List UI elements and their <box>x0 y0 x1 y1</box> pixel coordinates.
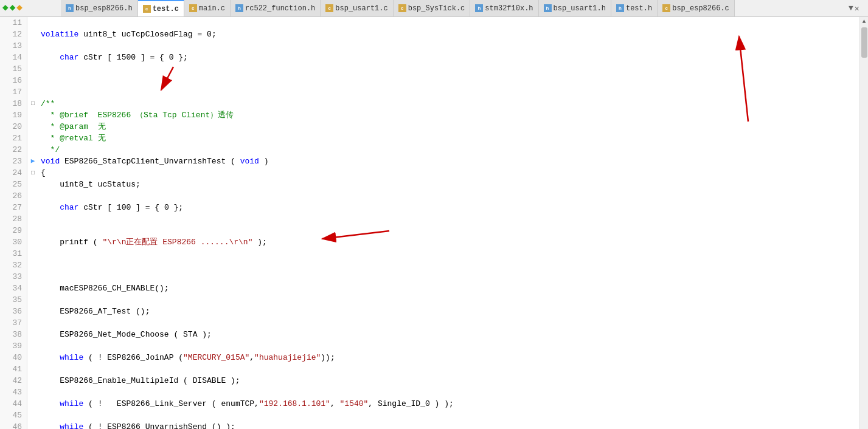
code-editor[interactable]: 11 12 volatile uint8_t ucTcpClosedFlag =… <box>0 17 868 429</box>
line-content <box>38 17 41 29</box>
tab-close-button[interactable]: ✕ <box>855 4 859 13</box>
vertical-scrollbar[interactable]: ▲ <box>859 17 868 429</box>
line-number: 30 <box>0 236 27 248</box>
code-line: 42 ESP8266_Enable_MultipleId ( DISABLE )… <box>0 375 859 386</box>
tab-icon-h: h <box>544 4 552 12</box>
code-line: 44 while ( ! ESP8266_Link_Server ( enumT… <box>0 398 859 410</box>
line-gutter-arrow: ▶ <box>27 156 38 167</box>
orange-diamond-icon[interactable]: ◆ <box>16 1 23 13</box>
line-content: while ( ! ESP8266_Link_Server ( enumTCP,… <box>38 398 454 410</box>
line-number: 23 <box>0 156 27 167</box>
line-content: { <box>38 167 46 179</box>
tab-label: bsp_esp8266.h <box>75 4 133 13</box>
line-content <box>38 317 41 329</box>
line-number: 43 <box>0 386 27 398</box>
code-line: 27 char cStr [ 100 ] = { 0 }; <box>0 202 859 213</box>
line-content <box>38 386 41 398</box>
tab-icon-h: h <box>66 4 74 12</box>
toolbar: ◆ ◆ ◆ <box>0 0 25 15</box>
line-number: 16 <box>0 75 27 86</box>
line-content: ESP8266_Enable_MultipleId ( DISABLE ); <box>38 375 240 386</box>
line-gutter <box>27 144 38 156</box>
line-number: 25 <box>0 179 27 190</box>
code-line: 13 <box>0 40 859 52</box>
code-line: 43 <box>0 386 859 398</box>
line-number: 15 <box>0 63 27 75</box>
line-gutter <box>27 398 38 410</box>
line-content <box>38 225 41 236</box>
tab-list-button[interactable]: ▼ <box>849 4 853 13</box>
line-gutter <box>27 410 38 421</box>
line-gutter <box>27 40 38 52</box>
code-line: 25 uint8_t ucStatus; <box>0 179 859 190</box>
line-content: while ( ! ESP8266_JoinAP ("MERCURY_015A"… <box>38 352 335 363</box>
tab-icon-h: h <box>616 4 624 12</box>
scrollbar-up-arrow[interactable]: ▲ <box>861 17 867 26</box>
line-content <box>38 363 41 375</box>
line-number: 24 <box>0 167 27 179</box>
line-content: ESP8266_AT_Test (); <box>38 306 150 317</box>
line-gutter <box>27 248 38 259</box>
line-number: 38 <box>0 329 27 340</box>
code-line: 18 □ /** <box>0 98 859 109</box>
line-number: 36 <box>0 306 27 317</box>
line-gutter <box>27 329 38 340</box>
line-number: 18 <box>0 98 27 109</box>
line-content <box>38 40 41 52</box>
line-gutter <box>27 259 38 271</box>
line-gutter <box>27 375 38 386</box>
line-number: 29 <box>0 225 27 236</box>
line-gutter <box>27 213 38 225</box>
tab-test-h[interactable]: h test.h <box>611 0 658 17</box>
line-gutter <box>27 63 38 75</box>
code-line: 34 macESP8266_CH_ENABLE(); <box>0 283 859 294</box>
tab-bsp-systick-c[interactable]: c bsp_SysTick.c <box>394 0 471 17</box>
line-gutter <box>27 271 38 283</box>
code-line: 28 <box>0 213 859 225</box>
tab-bsp-esp8266-h[interactable]: h bsp_esp8266.h <box>61 0 138 17</box>
tab-icon-c: c <box>143 5 151 13</box>
line-gutter <box>27 306 38 317</box>
code-line: 35 <box>0 294 859 306</box>
tab-bsp-usart1-c[interactable]: c bsp_usart1.c <box>321 0 393 17</box>
line-number: 33 <box>0 271 27 283</box>
code-line: 17 <box>0 86 859 98</box>
line-content <box>38 340 41 352</box>
green-diamond-icon-2[interactable]: ◆ <box>10 1 16 13</box>
line-gutter <box>27 421 38 429</box>
green-diamond-icon-1[interactable]: ◆ <box>2 1 9 13</box>
code-line: 12 volatile uint8_t ucTcpClosedFlag = 0; <box>0 29 859 40</box>
line-gutter <box>27 121 38 132</box>
code-line: 21 * @retval 无 <box>0 132 859 144</box>
tab-rc522-function-h[interactable]: h rc522_function.h <box>231 0 321 17</box>
tab-label: bsp_usart1.h <box>554 4 606 13</box>
code-area: 11 12 volatile uint8_t ucTcpClosedFlag =… <box>0 17 859 429</box>
line-number: 21 <box>0 132 27 144</box>
code-line: 38 ESP8266_Net_Mode_Choose ( STA ); <box>0 329 859 340</box>
code-line: 14 char cStr [ 1500 ] = { 0 }; <box>0 52 859 63</box>
line-number: 26 <box>0 190 27 202</box>
tab-bsp-usart1-h[interactable]: h bsp_usart1.h <box>539 0 611 17</box>
line-number: 17 <box>0 86 27 98</box>
line-gutter <box>27 75 38 86</box>
line-number: 28 <box>0 213 27 225</box>
tab-bsp-esp8266-c[interactable]: c bsp_esp8266.c <box>658 0 735 17</box>
line-number: 40 <box>0 352 27 363</box>
line-content: char cStr [ 1500 ] = { 0 }; <box>38 52 188 63</box>
line-content: * @param 无 <box>38 121 106 132</box>
line-number: 44 <box>0 398 27 410</box>
line-content: printf ( "\r\n正在配置 ESP8266 ......\r\n" )… <box>38 236 267 248</box>
scrollbar-thumb[interactable] <box>861 27 867 58</box>
line-number: 20 <box>0 121 27 132</box>
code-line: 19 * @brief ESP8266 （Sta Tcp Client）透传 <box>0 109 859 121</box>
line-gutter <box>27 52 38 63</box>
line-gutter <box>27 386 38 398</box>
line-gutter <box>27 190 38 202</box>
line-number: 27 <box>0 202 27 213</box>
line-content: uint8_t ucStatus; <box>38 179 141 190</box>
tab-stm32f10x-h[interactable]: h stm32f10x.h <box>470 0 538 17</box>
line-number: 12 <box>0 29 27 40</box>
tab-main-c[interactable]: c main.c <box>184 0 231 17</box>
tab-test-c[interactable]: c test.c <box>138 0 184 17</box>
code-line: 15 <box>0 63 859 75</box>
